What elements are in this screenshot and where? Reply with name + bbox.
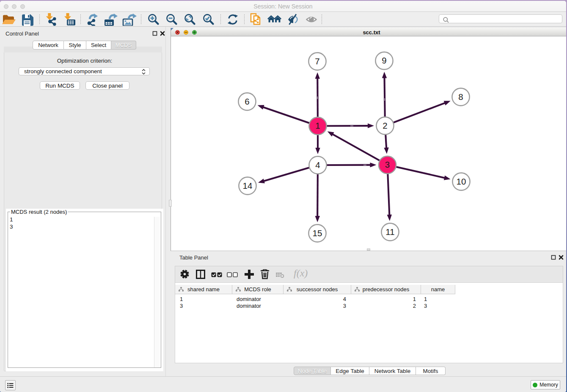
svg-text:9: 9 [382,55,386,65]
svg-text:15: 15 [313,228,322,238]
svg-text:4: 4 [315,160,320,170]
svg-text:7: 7 [315,56,319,66]
svg-text:11: 11 [385,227,394,237]
svg-text:8: 8 [458,92,463,102]
svg-text:3: 3 [385,160,390,169]
svg-text:2: 2 [383,121,387,130]
svg-text:6: 6 [245,97,249,106]
svg-text:14: 14 [243,181,253,190]
svg-text:1: 1 [315,121,320,130]
svg-text:10: 10 [457,177,466,186]
